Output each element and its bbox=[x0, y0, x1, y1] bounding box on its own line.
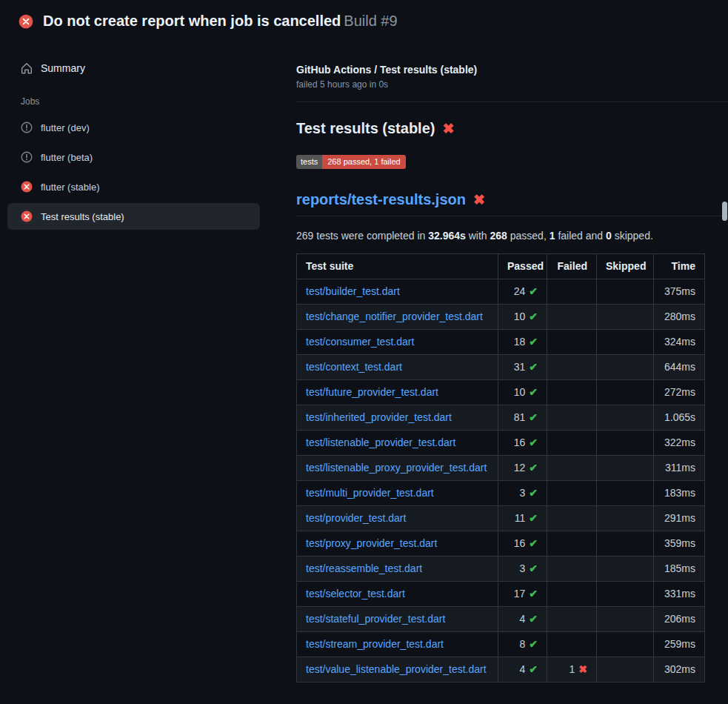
suite-link[interactable]: test/value_listenable_provider_test.dart bbox=[306, 663, 487, 675]
jobs-list: flutter (dev) flutter (beta) flutter (st… bbox=[7, 114, 260, 230]
suite-link[interactable]: test/selector_test.dart bbox=[306, 588, 405, 600]
suite-link[interactable]: test/provider_test.dart bbox=[306, 512, 406, 524]
time-cell: 331ms bbox=[654, 582, 705, 607]
failed-cell bbox=[547, 456, 597, 481]
time-cell: 291ms bbox=[654, 506, 705, 531]
time-cell: 259ms bbox=[654, 632, 705, 657]
suite-link[interactable]: test/inherited_provider_test.dart bbox=[306, 411, 452, 423]
skipped-cell bbox=[597, 431, 654, 456]
skipped-cell bbox=[597, 632, 654, 657]
suite-link[interactable]: test/reassemble_test.dart bbox=[306, 562, 422, 574]
summary-line: 269 tests were completed in 32.964s with… bbox=[296, 230, 728, 242]
alert-circle-icon bbox=[21, 122, 33, 133]
sidebar: Summary Jobs flutter (dev) flutter (beta… bbox=[7, 55, 260, 233]
suite-link[interactable]: test/proxy_provider_test.dart bbox=[306, 537, 437, 549]
skipped-cell bbox=[597, 557, 654, 582]
table-row: test/listenable_provider_test.dart 16✔ 3… bbox=[297, 431, 705, 456]
passed-cell: 18✔ bbox=[498, 330, 547, 355]
job-label: flutter (stable) bbox=[41, 182, 99, 193]
suite-link[interactable]: test/stateful_provider_test.dart bbox=[306, 613, 445, 625]
table-row: test/reassemble_test.dart 3✔ 185ms bbox=[297, 557, 705, 582]
suite-link[interactable]: test/change_notifier_provider_test.dart bbox=[306, 311, 483, 322]
scrollbar-thumb[interactable] bbox=[722, 202, 727, 221]
table-row: test/builder_test.dart 24✔ 375ms bbox=[297, 279, 705, 305]
failed-cell bbox=[547, 607, 597, 632]
suite-link[interactable]: test/future_provider_test.dart bbox=[306, 386, 438, 398]
suite-link[interactable]: test/listenable_proxy_provider_test.dart bbox=[306, 462, 487, 474]
skipped-cell bbox=[597, 380, 654, 405]
table-row: test/stateful_provider_test.dart 4✔ 206m… bbox=[297, 607, 705, 632]
job-label: flutter (dev) bbox=[41, 122, 90, 133]
sidebar-job-item[interactable]: flutter (dev) bbox=[7, 114, 260, 141]
x-circle-icon bbox=[21, 181, 33, 193]
passed-cell: 17✔ bbox=[498, 582, 547, 607]
suite-link[interactable]: test/listenable_provider_test.dart bbox=[306, 436, 455, 448]
jobs-section-label: Jobs bbox=[7, 96, 260, 107]
badge-label: tests bbox=[296, 155, 322, 169]
skipped-cell bbox=[597, 607, 654, 632]
summary-failed-count: 1 bbox=[550, 230, 555, 242]
failed-cell: 1✖ bbox=[547, 657, 597, 683]
time-cell: 280ms bbox=[654, 305, 705, 330]
report-link[interactable]: reports/test-results.json bbox=[296, 191, 466, 208]
summary-text: skipped. bbox=[612, 230, 653, 242]
skipped-cell bbox=[597, 305, 654, 330]
check-icon: ✔ bbox=[529, 311, 538, 322]
summary-passed-count: 268 bbox=[490, 230, 507, 242]
summary-text: with bbox=[466, 230, 490, 242]
time-cell: 359ms bbox=[654, 531, 705, 557]
check-icon: ✔ bbox=[529, 588, 538, 600]
suite-link[interactable]: test/builder_test.dart bbox=[306, 285, 400, 297]
passed-cell: 11✔ bbox=[498, 506, 547, 531]
check-icon: ✔ bbox=[529, 361, 538, 373]
report-heading: reports/test-results.json ✖ bbox=[296, 191, 728, 216]
time-cell: 324ms bbox=[654, 330, 705, 355]
table-row: test/consumer_test.dart 18✔ 324ms bbox=[297, 330, 705, 355]
divider bbox=[296, 102, 728, 102]
job-label: Test results (stable) bbox=[41, 211, 124, 222]
sidebar-job-item[interactable]: flutter (stable) bbox=[7, 173, 260, 200]
time-cell: 302ms bbox=[654, 657, 705, 683]
table-row: test/inherited_provider_test.dart 81✔ 1.… bbox=[297, 405, 705, 431]
column-header-test-suite: Test suite bbox=[297, 254, 498, 279]
sidebar-job-item[interactable]: Test results (stable) bbox=[7, 203, 260, 230]
sidebar-job-item[interactable]: flutter (beta) bbox=[7, 144, 260, 170]
suite-link[interactable]: test/context_test.dart bbox=[306, 361, 402, 373]
passed-cell: 10✔ bbox=[498, 380, 547, 405]
failed-cell bbox=[547, 380, 597, 405]
skipped-cell bbox=[597, 531, 654, 557]
results-table: Test suite Passed Failed Skipped Time te… bbox=[296, 253, 705, 683]
table-header-row: Test suite Passed Failed Skipped Time bbox=[297, 254, 705, 279]
skipped-cell bbox=[597, 330, 654, 355]
time-cell: 311ms bbox=[654, 456, 705, 481]
suite-link[interactable]: test/multi_provider_test.dart bbox=[306, 487, 434, 499]
passed-cell: 31✔ bbox=[498, 355, 547, 380]
home-icon bbox=[21, 62, 33, 74]
check-icon: ✔ bbox=[529, 411, 538, 423]
results-table-body: test/builder_test.dart 24✔ 375ms test/ch… bbox=[297, 279, 705, 683]
failed-cell bbox=[547, 481, 597, 506]
skipped-cell bbox=[597, 456, 654, 481]
passed-cell: 81✔ bbox=[498, 405, 547, 431]
passed-cell: 8✔ bbox=[498, 632, 547, 657]
table-row: test/value_listenable_provider_test.dart… bbox=[297, 657, 705, 683]
passed-cell: 24✔ bbox=[498, 279, 547, 305]
suite-link[interactable]: test/stream_provider_test.dart bbox=[306, 638, 444, 650]
failed-cell bbox=[547, 305, 597, 330]
time-cell: 375ms bbox=[654, 279, 705, 305]
failed-cell bbox=[547, 632, 597, 657]
sidebar-item-summary[interactable]: Summary bbox=[7, 55, 260, 82]
column-header-skipped: Skipped bbox=[597, 254, 654, 279]
alert-circle-icon bbox=[21, 151, 33, 163]
suite-link[interactable]: test/consumer_test.dart bbox=[306, 336, 414, 348]
passed-cell: 16✔ bbox=[498, 431, 547, 456]
check-icon: ✔ bbox=[529, 638, 538, 650]
check-icon: ✔ bbox=[529, 512, 538, 524]
table-row: test/multi_provider_test.dart 3✔ 183ms bbox=[297, 481, 705, 506]
check-icon: ✔ bbox=[529, 663, 538, 675]
check-icon: ✔ bbox=[529, 436, 538, 448]
x-circle-icon bbox=[19, 14, 33, 29]
build-number: Build #9 bbox=[344, 13, 397, 29]
failed-cell bbox=[547, 582, 597, 607]
skipped-cell bbox=[597, 279, 654, 305]
